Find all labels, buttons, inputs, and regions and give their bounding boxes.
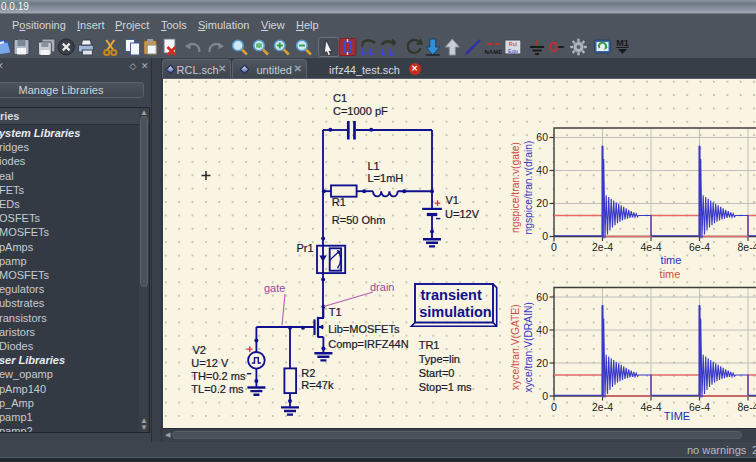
svg-text:xyce/tran.V(GATE): xyce/tran.V(GATE) [510,304,521,390]
svg-text:4e-4: 4e-4 [640,401,661,413]
svg-text:L=1mH: L=1mH [368,172,404,184]
svg-text:Lib=MOSFETs: Lib=MOSFETs [328,323,400,335]
svg-text:20: 20 [536,197,548,209]
svg-text:R1: R1 [332,196,346,208]
svg-text:0: 0 [542,390,548,402]
svg-text:drain: drain [370,281,394,293]
svg-text:ngspice/tran.v(drain): ngspice/tran.v(drain) [523,141,534,235]
svg-text:L1: L1 [368,160,380,172]
svg-text:60: 60 [536,291,548,303]
svg-text:6e-4: 6e-4 [689,241,710,253]
svg-text:TR1: TR1 [419,339,440,351]
svg-text:TIME: TIME [664,410,690,422]
svg-text:T1: T1 [329,306,342,318]
svg-text:U=12 V: U=12 V [191,357,229,369]
svg-text:Stop=1 ms: Stop=1 ms [419,381,472,393]
svg-text:Pr1: Pr1 [296,242,313,254]
svg-text:M1: M1 [616,38,629,48]
svg-text:Equ: Equ [508,48,518,54]
svg-text:V2: V2 [192,344,205,356]
svg-text:ngspice/tran.v(gate): ngspice/tran.v(gate) [510,142,521,233]
svg-text:C=1000 pF: C=1000 pF [333,105,388,117]
svg-text:60: 60 [536,131,548,143]
svg-text:4e-4: 4e-4 [640,241,661,253]
svg-text:R2: R2 [301,367,315,379]
svg-text:Rul: Rul [509,41,517,47]
svg-text:0: 0 [542,230,548,242]
svg-text:time: time [660,268,681,280]
svg-text:V1: V1 [445,194,458,206]
svg-text:TL=0.2 ms: TL=0.2 ms [191,383,244,395]
svg-text:2e-4: 2e-4 [592,401,613,413]
svg-text:TH=0.2 ms: TH=0.2 ms [191,370,246,382]
svg-text:U=12V: U=12V [445,208,480,220]
svg-text:C1: C1 [333,92,347,104]
svg-text:simulation: simulation [419,304,492,320]
svg-text:8e-4: 8e-4 [737,241,756,253]
svg-text:0: 0 [551,401,557,413]
svg-text:Comp=IRFZ44N: Comp=IRFZ44N [328,338,408,350]
svg-text:gate: gate [264,282,285,294]
svg-text:R=50 Ohm: R=50 Ohm [332,214,386,226]
svg-text:40: 40 [536,324,548,336]
svg-text:8e-4: 8e-4 [737,401,756,413]
svg-text:Type=lin: Type=lin [419,353,460,365]
svg-text:0: 0 [551,241,557,253]
svg-text:time: time [661,254,682,266]
svg-text:6e-4: 6e-4 [689,401,710,413]
svg-text:20: 20 [536,357,548,369]
svg-text:Start=0: Start=0 [419,367,455,379]
svg-text:NAME: NAME [484,49,502,55]
svg-text:transient: transient [421,287,482,303]
svg-text:xyce/tran.V(DRAIN): xyce/tran.V(DRAIN) [523,302,534,392]
svg-text:40: 40 [536,164,548,176]
svg-text:2e-4: 2e-4 [592,241,613,253]
svg-text:R=47k: R=47k [301,379,334,391]
